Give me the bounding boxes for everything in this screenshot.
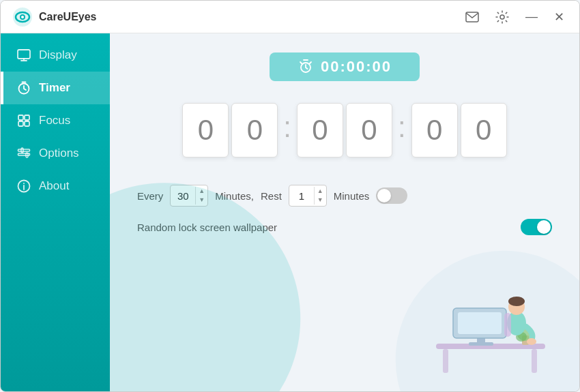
every-value[interactable] [171,190,195,202]
colon-1: : [280,111,294,144]
rest-arrows: ▲ ▼ [314,187,326,205]
svg-point-34 [527,338,536,345]
rest-label: Rest [261,190,282,202]
rest-minutes-label: Minutes [334,190,370,202]
colon-2: : [395,111,409,144]
svg-point-17 [23,183,25,184]
sidebar-label-focus: Focus [39,114,70,127]
flip-clock: 0 0 : 0 0 : 0 0 [137,103,552,157]
svg-rect-23 [532,349,537,373]
svg-point-33 [508,297,525,306]
focus-icon [17,114,31,127]
hour-digit-1: 0 [182,103,229,157]
svg-rect-6 [18,50,30,59]
svg-rect-14 [21,148,23,153]
email-button[interactable] [461,9,483,25]
svg-rect-8 [18,115,23,120]
every-spinner[interactable]: ▲ ▼ [170,185,208,207]
about-icon [17,179,31,193]
sidebar-item-focus[interactable]: Focus [1,104,110,137]
svg-rect-4 [466,12,478,22]
minutes-group: 0 0 [297,103,392,157]
gear-icon [495,10,509,24]
rest-spinner[interactable]: ▲ ▼ [289,185,327,207]
svg-rect-27 [458,312,502,334]
titlebar-actions: — ✕ [461,7,568,27]
svg-rect-11 [25,121,29,126]
settings-row-2: Random lock screen wallpaper [137,219,552,235]
timer-icon [17,81,31,95]
timer-badge: 00:00:00 [270,52,420,81]
minimize-icon: — [525,10,538,24]
app-logo [12,6,33,28]
sidebar-item-about[interactable]: About [1,170,110,202]
sidebar-item-options[interactable]: Options [1,137,110,170]
rest-up-arrow[interactable]: ▲ [315,187,326,196]
email-icon [465,12,479,22]
minute-digit-1: 0 [297,103,343,157]
svg-point-18 [110,183,300,391]
sidebar-label-options: Options [39,147,79,160]
minute-digit-2: 0 [346,103,392,157]
titlebar: CareUEyes — ✕ [1,1,579,33]
svg-rect-12 [18,149,30,151]
svg-point-3 [21,16,24,18]
rest-down-arrow[interactable]: ▼ [315,196,326,205]
svg-point-5 [500,15,504,19]
timer-toggle[interactable] [376,187,407,204]
sidebar-label-display: Display [39,48,77,62]
rest-value[interactable] [289,190,314,202]
display-icon [17,48,31,62]
content-area: 00:00:00 0 0 : 0 0 : 0 0 Every [110,33,579,391]
sidebar-item-display[interactable]: Display [1,39,110,72]
sidebar-item-timer[interactable]: Timer [1,72,110,104]
options-icon [17,147,31,160]
svg-rect-35 [504,313,511,337]
app-title: CareUEyes [39,11,461,23]
svg-rect-22 [443,349,448,373]
every-label: Every [137,190,163,202]
svg-rect-25 [469,342,493,346]
main-layout: Display Timer Focus [1,33,579,391]
timer-badge-time: 00:00:00 [321,58,392,76]
settings-row-1: Every ▲ ▼ Minutes, Rest ▲ ▼ Minutes [137,185,552,207]
sidebar-label-timer: Timer [39,81,70,95]
second-digit-1: 0 [411,103,458,157]
every-arrows: ▲ ▼ [195,187,207,205]
alarm-icon [298,59,314,75]
sidebar: Display Timer Focus [1,33,110,391]
close-icon: ✕ [554,10,564,25]
illustration [416,262,566,385]
sidebar-label-about: About [39,179,69,193]
wallpaper-label: Random lock screen wallpaper [137,222,277,233]
wallpaper-toggle[interactable] [521,219,552,235]
every-up-arrow[interactable]: ▲ [196,187,207,196]
minutes-label: Minutes, [215,190,254,202]
second-digit-2: 0 [461,103,507,157]
minimize-button[interactable]: — [521,7,542,27]
svg-rect-10 [18,121,23,126]
hours-group: 0 0 [182,103,278,157]
seconds-group: 0 0 [411,103,507,157]
settings-button[interactable] [491,7,513,27]
every-down-arrow[interactable]: ▼ [196,196,207,205]
svg-rect-9 [25,115,29,120]
hour-digit-2: 0 [231,103,278,157]
close-button[interactable]: ✕ [550,7,568,27]
